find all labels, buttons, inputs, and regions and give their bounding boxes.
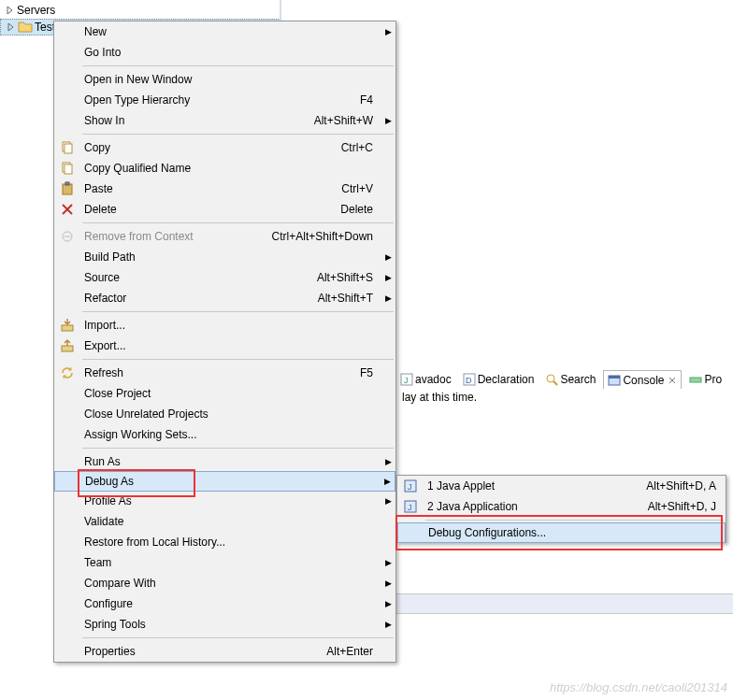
watermark: https://blog.csdn.net/caoli201314 — [550, 680, 727, 694]
svg-text:J: J — [404, 376, 409, 385]
menu-spring-tools[interactable]: Spring Tools▶ — [54, 614, 395, 635]
separator — [82, 65, 394, 66]
tab-javadoc[interactable]: J avadoc — [396, 370, 455, 389]
delete-icon — [60, 202, 75, 217]
expand-icon[interactable] — [7, 22, 16, 32]
menu-export[interactable]: Export... — [54, 336, 395, 356]
menu-configure[interactable]: Configure▶ — [54, 593, 395, 614]
tree-item-servers[interactable]: Servers — [0, 2, 280, 19]
java-applet-icon: J — [403, 479, 418, 493]
tab-declaration[interactable]: D Declaration — [459, 370, 539, 389]
javadoc-icon: J — [400, 373, 413, 386]
separator — [425, 520, 724, 521]
remove-context-icon — [60, 229, 75, 244]
svg-text:D: D — [466, 376, 472, 385]
menu-build-path[interactable]: Build Path▶ — [54, 247, 395, 267]
import-icon — [60, 318, 75, 333]
search-icon — [545, 373, 558, 386]
paste-icon — [60, 181, 75, 196]
menu-compare-with[interactable]: Compare With▶ — [54, 573, 395, 593]
java-app-icon: J — [403, 499, 418, 514]
menu-properties[interactable]: PropertiesAlt+Enter — [54, 641, 395, 662]
menu-delete[interactable]: DeleteDelete — [54, 199, 395, 220]
folder-icon — [18, 20, 33, 35]
separator — [82, 359, 394, 360]
menu-open-type-hierarchy[interactable]: Open Type HierarchyF4 — [54, 90, 395, 110]
separator — [82, 222, 394, 223]
menu-refactor[interactable]: RefactorAlt+Shift+T▶ — [54, 288, 395, 308]
console-icon — [608, 374, 621, 387]
menu-new[interactable]: New▶ — [54, 21, 395, 42]
submenu-debug-configurations[interactable]: Debug Configurations... — [397, 522, 726, 543]
menu-team[interactable]: Team▶ — [54, 552, 395, 573]
svg-text:J: J — [408, 482, 412, 492]
declaration-icon: D — [463, 373, 476, 386]
menu-import[interactable]: Import... — [54, 315, 395, 336]
refresh-icon — [60, 365, 75, 380]
menu-restore-history[interactable]: Restore from Local History... — [54, 532, 395, 552]
svg-rect-10 — [690, 378, 701, 382]
menu-show-in[interactable]: Show InAlt+Shift+W▶ — [54, 110, 395, 131]
menu-remove-context: Remove from ContextCtrl+Alt+Shift+Down — [54, 226, 395, 247]
tree-label: Servers — [17, 4, 55, 17]
svg-rect-16 — [65, 182, 69, 185]
menu-copy-qualified[interactable]: Copy Qualified Name — [54, 158, 395, 179]
svg-rect-15 — [63, 184, 72, 194]
close-icon[interactable] — [668, 376, 677, 385]
menu-source[interactable]: SourceAlt+Shift+S▶ — [54, 267, 395, 288]
svg-rect-21 — [62, 325, 73, 331]
export-icon — [60, 338, 75, 353]
console-text: lay at this time. — [402, 391, 477, 404]
svg-rect-7 — [609, 376, 620, 379]
tab-progress[interactable]: Pro — [685, 370, 726, 389]
view-tabs: J avadoc D Declaration Search Console Pr… — [396, 369, 733, 390]
bottom-divider — [396, 593, 733, 614]
menu-paste[interactable]: PasteCtrl+V — [54, 179, 395, 199]
menu-go-into[interactable]: Go Into — [54, 42, 395, 63]
separator — [82, 448, 394, 449]
debug-as-submenu: J1 Java AppletAlt+Shift+D, A J2 Java App… — [396, 475, 726, 543]
menu-close-unrelated[interactable]: Close Unrelated Projects — [54, 404, 395, 424]
svg-point-4 — [547, 375, 554, 382]
progress-icon — [689, 373, 702, 386]
menu-refresh[interactable]: RefreshF5 — [54, 363, 395, 383]
menu-close-project[interactable]: Close Project — [54, 383, 395, 404]
menu-open-new-window[interactable]: Open in New Window — [54, 69, 395, 90]
submenu-java-applet[interactable]: J1 Java AppletAlt+Shift+D, A — [397, 476, 726, 496]
menu-debug-as[interactable]: Debug As▶ — [54, 471, 395, 492]
separator — [82, 311, 394, 312]
separator — [82, 134, 394, 135]
tab-search[interactable]: Search — [541, 370, 599, 389]
svg-text:J: J — [408, 503, 412, 512]
context-menu: New▶ Go Into Open in New Window Open Typ… — [53, 21, 396, 663]
menu-copy[interactable]: CopyCtrl+C — [54, 137, 395, 158]
expand-icon[interactable] — [6, 6, 15, 15]
svg-rect-14 — [65, 164, 72, 174]
tab-console[interactable]: Console — [603, 370, 682, 389]
svg-line-5 — [553, 381, 557, 385]
copy-icon — [60, 140, 75, 155]
svg-rect-12 — [65, 144, 72, 153]
menu-assign-working-sets[interactable]: Assign Working Sets... — [54, 424, 395, 445]
menu-profile-as[interactable]: Profile As▶ — [54, 491, 395, 511]
tree-label: Test — [35, 21, 55, 34]
copy-icon — [60, 161, 75, 176]
menu-run-as[interactable]: Run As▶ — [54, 451, 395, 472]
svg-rect-22 — [62, 346, 73, 351]
separator — [82, 637, 394, 638]
submenu-java-application[interactable]: J2 Java ApplicationAlt+Shift+D, J — [397, 496, 726, 517]
menu-validate[interactable]: Validate — [54, 511, 395, 532]
